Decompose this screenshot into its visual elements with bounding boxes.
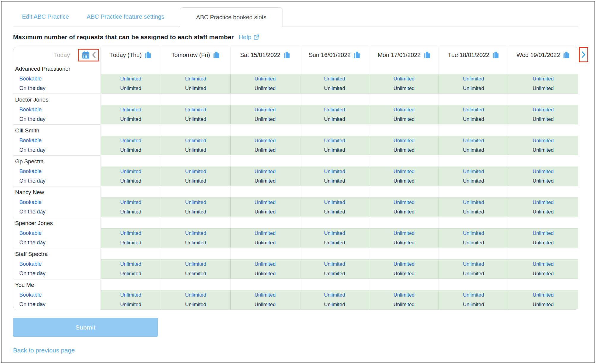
slot-value-bookable[interactable]: Unlimited xyxy=(439,105,508,115)
slot-value-bookable[interactable]: Unlimited xyxy=(300,259,369,269)
slot-value-bookable[interactable]: Unlimited xyxy=(161,136,230,145)
slot-value-on-the-day[interactable]: Unlimited xyxy=(161,84,230,93)
slot-value-bookable[interactable]: Unlimited xyxy=(231,290,300,300)
slot-value-on-the-day[interactable]: Unlimited xyxy=(369,84,439,93)
slot-value-on-the-day[interactable]: Unlimited xyxy=(300,207,369,217)
slot-value-bookable[interactable]: Unlimited xyxy=(439,198,508,207)
slot-value-on-the-day[interactable]: Unlimited xyxy=(439,176,508,186)
slot-value-on-the-day[interactable]: Unlimited xyxy=(161,176,230,186)
slot-value-bookable[interactable]: Unlimited xyxy=(369,105,439,115)
slot-value-on-the-day[interactable]: Unlimited xyxy=(369,207,439,217)
slot-value-on-the-day[interactable]: Unlimited xyxy=(508,207,578,217)
slot-value-bookable[interactable]: Unlimited xyxy=(231,229,300,238)
slot-value-bookable[interactable]: Unlimited xyxy=(508,167,578,176)
submit-button[interactable]: Submit xyxy=(13,318,158,337)
slot-value-bookable[interactable]: Unlimited xyxy=(439,167,508,176)
slot-value-bookable[interactable]: Unlimited xyxy=(161,167,230,176)
slot-value-on-the-day[interactable]: Unlimited xyxy=(101,300,161,309)
slot-value-on-the-day[interactable]: Unlimited xyxy=(439,207,508,217)
copy-column-button[interactable] xyxy=(424,51,431,59)
slot-value-bookable[interactable]: Unlimited xyxy=(508,290,578,300)
slot-value-on-the-day[interactable]: Unlimited xyxy=(161,115,230,124)
slot-value-bookable[interactable]: Unlimited xyxy=(231,198,300,207)
slot-value-on-the-day[interactable]: Unlimited xyxy=(161,207,230,217)
slot-value-bookable[interactable]: Unlimited xyxy=(369,198,439,207)
slot-value-on-the-day[interactable]: Unlimited xyxy=(369,269,439,278)
slot-value-bookable[interactable]: Unlimited xyxy=(369,259,439,269)
slot-value-on-the-day[interactable]: Unlimited xyxy=(231,207,300,217)
slot-value-bookable[interactable]: Unlimited xyxy=(161,290,230,300)
slot-value-on-the-day[interactable]: Unlimited xyxy=(300,176,369,186)
slot-value-on-the-day[interactable]: Unlimited xyxy=(369,238,439,248)
slot-value-bookable[interactable]: Unlimited xyxy=(231,105,300,115)
slot-value-bookable[interactable]: Unlimited xyxy=(508,198,578,207)
slot-value-bookable[interactable]: Unlimited xyxy=(101,136,161,145)
slot-value-on-the-day[interactable]: Unlimited xyxy=(300,145,369,155)
slot-value-on-the-day[interactable]: Unlimited xyxy=(508,269,578,278)
bookable-link[interactable]: Bookable xyxy=(19,228,100,238)
slot-value-bookable[interactable]: Unlimited xyxy=(161,259,230,269)
slot-value-bookable[interactable]: Unlimited xyxy=(369,74,439,84)
slot-value-on-the-day[interactable]: Unlimited xyxy=(508,84,578,93)
bookable-link[interactable]: Bookable xyxy=(19,197,100,207)
help-link[interactable]: Help xyxy=(239,34,259,41)
slot-value-on-the-day[interactable]: Unlimited xyxy=(508,238,578,248)
slot-value-bookable[interactable]: Unlimited xyxy=(508,105,578,115)
copy-column-button[interactable] xyxy=(354,51,360,59)
slot-value-bookable[interactable]: Unlimited xyxy=(161,229,230,238)
slot-value-on-the-day[interactable]: Unlimited xyxy=(508,145,578,155)
bookable-link[interactable]: Bookable xyxy=(19,74,100,83)
slot-value-bookable[interactable]: Unlimited xyxy=(101,198,161,207)
slot-value-on-the-day[interactable]: Unlimited xyxy=(439,238,508,248)
back-link[interactable]: Back to previous page xyxy=(13,347,75,354)
slot-value-bookable[interactable]: Unlimited xyxy=(369,290,439,300)
slot-value-on-the-day[interactable]: Unlimited xyxy=(101,269,161,278)
slot-value-on-the-day[interactable]: Unlimited xyxy=(369,300,439,309)
slot-value-bookable[interactable]: Unlimited xyxy=(508,74,578,84)
slot-value-bookable[interactable]: Unlimited xyxy=(101,259,161,269)
slot-value-bookable[interactable]: Unlimited xyxy=(101,74,161,84)
slot-value-on-the-day[interactable]: Unlimited xyxy=(439,269,508,278)
slot-value-on-the-day[interactable]: Unlimited xyxy=(369,176,439,186)
tab-edit-abc-practice[interactable]: Edit ABC Practice xyxy=(13,7,78,26)
slot-value-bookable[interactable]: Unlimited xyxy=(439,259,508,269)
slot-value-bookable[interactable]: Unlimited xyxy=(439,74,508,84)
slot-value-on-the-day[interactable]: Unlimited xyxy=(231,176,300,186)
slot-value-bookable[interactable]: Unlimited xyxy=(300,167,369,176)
bookable-link[interactable]: Bookable xyxy=(19,167,100,176)
slot-value-on-the-day[interactable]: Unlimited xyxy=(300,269,369,278)
calendar-button[interactable] xyxy=(82,51,90,59)
slot-value-on-the-day[interactable]: Unlimited xyxy=(101,115,161,124)
slot-value-on-the-day[interactable]: Unlimited xyxy=(508,115,578,124)
slot-value-on-the-day[interactable]: Unlimited xyxy=(231,238,300,248)
copy-column-button[interactable] xyxy=(213,51,220,59)
slot-value-on-the-day[interactable]: Unlimited xyxy=(101,176,161,186)
slot-value-bookable[interactable]: Unlimited xyxy=(508,136,578,145)
slot-value-bookable[interactable]: Unlimited xyxy=(508,259,578,269)
slot-value-on-the-day[interactable]: Unlimited xyxy=(300,300,369,309)
slot-value-on-the-day[interactable]: Unlimited xyxy=(101,238,161,248)
slot-value-on-the-day[interactable]: Unlimited xyxy=(508,300,578,309)
slot-value-bookable[interactable]: Unlimited xyxy=(300,229,369,238)
slot-value-bookable[interactable]: Unlimited xyxy=(369,167,439,176)
slot-value-on-the-day[interactable]: Unlimited xyxy=(439,115,508,124)
slot-value-bookable[interactable]: Unlimited xyxy=(231,259,300,269)
slot-value-bookable[interactable]: Unlimited xyxy=(439,290,508,300)
next-day-button[interactable] xyxy=(582,51,586,58)
copy-column-button[interactable] xyxy=(283,51,290,59)
slot-value-bookable[interactable]: Unlimited xyxy=(231,136,300,145)
slot-value-on-the-day[interactable]: Unlimited xyxy=(439,84,508,93)
tab-abc-practice-feature-settings[interactable]: ABC Practice feature settings xyxy=(78,7,173,26)
slot-value-bookable[interactable]: Unlimited xyxy=(439,136,508,145)
slot-value-bookable[interactable]: Unlimited xyxy=(300,136,369,145)
slot-value-on-the-day[interactable]: Unlimited xyxy=(508,176,578,186)
slot-value-on-the-day[interactable]: Unlimited xyxy=(161,300,230,309)
bookable-link[interactable]: Bookable xyxy=(19,136,100,145)
slot-value-on-the-day[interactable]: Unlimited xyxy=(101,84,161,93)
slot-value-on-the-day[interactable]: Unlimited xyxy=(101,145,161,155)
bookable-link[interactable]: Bookable xyxy=(19,259,100,269)
slot-value-on-the-day[interactable]: Unlimited xyxy=(369,115,439,124)
slot-value-on-the-day[interactable]: Unlimited xyxy=(300,238,369,248)
slot-value-on-the-day[interactable]: Unlimited xyxy=(231,84,300,93)
slot-value-bookable[interactable]: Unlimited xyxy=(508,229,578,238)
